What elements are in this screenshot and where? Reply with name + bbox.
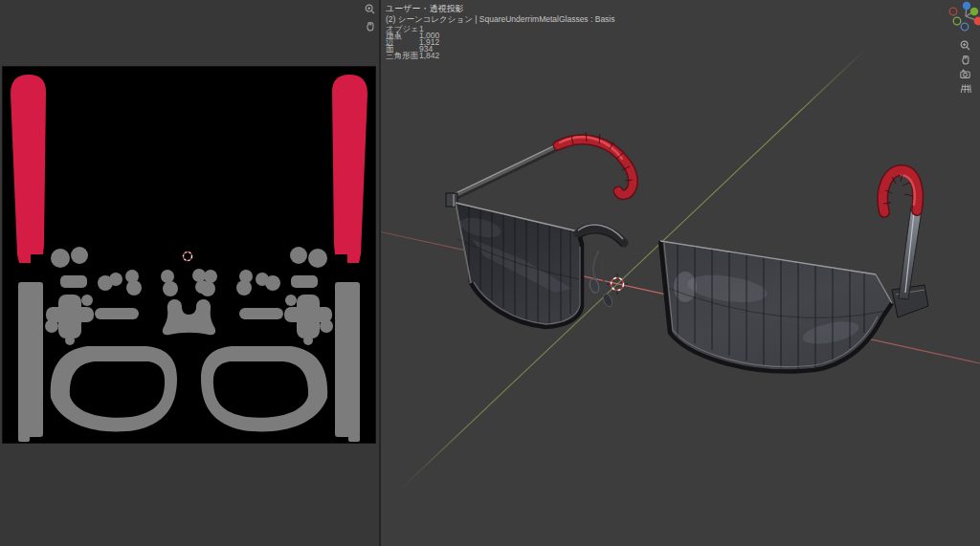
uv-image-editor[interactable] bbox=[0, 0, 379, 546]
glasses-object[interactable] bbox=[446, 132, 928, 372]
right-lens bbox=[660, 241, 892, 372]
camera-view-icon[interactable] bbox=[959, 68, 972, 81]
gizmo-axis-y[interactable] bbox=[970, 8, 978, 15]
viewport-canvas[interactable] bbox=[381, 0, 980, 546]
uv-islands-gray bbox=[18, 247, 360, 442]
zoom-icon[interactable] bbox=[364, 3, 377, 16]
stat-triangles: 三角形面1,842 bbox=[386, 53, 439, 59]
bridge bbox=[578, 225, 624, 247]
orientation-gizmo[interactable] bbox=[947, 0, 980, 38]
uv-image-canvas[interactable] bbox=[3, 67, 375, 443]
uv-2d-cursor bbox=[184, 252, 192, 261]
gizmo-axis-z[interactable] bbox=[963, 2, 970, 10]
blender-window: ユーザー・透視投影 (2) シーンコレクション | SquareUnderrim… bbox=[0, 0, 980, 546]
perspective-grid-icon[interactable] bbox=[959, 82, 972, 96]
gizmo-axis-x-neg[interactable] bbox=[949, 8, 957, 15]
left-lens bbox=[456, 203, 582, 327]
view-mode-label: ユーザー・透視投影 bbox=[386, 4, 615, 14]
gizmo-axis-z-neg[interactable] bbox=[961, 23, 969, 31]
viewport-header-overlay: ユーザー・透視投影 (2) シーンコレクション | SquareUnderrim… bbox=[386, 4, 615, 25]
statistics-overlay: オブジェクト1 頂点1,000 辺1,912 面934 三角形面1,842 bbox=[386, 26, 439, 59]
pan-hand-icon[interactable] bbox=[364, 20, 377, 33]
3d-viewport[interactable]: ユーザー・透視投影 (2) シーンコレクション | SquareUnderrim… bbox=[381, 0, 980, 546]
right-temple bbox=[882, 170, 928, 317]
uv-island-red-temple-tips bbox=[11, 75, 368, 263]
gizmo-axis-x[interactable] bbox=[974, 17, 980, 26]
zoom-icon[interactable] bbox=[959, 39, 972, 53]
left-temple bbox=[446, 132, 633, 207]
pan-hand-icon[interactable] bbox=[959, 54, 972, 67]
gizmo-axis-y-neg[interactable] bbox=[953, 17, 961, 25]
